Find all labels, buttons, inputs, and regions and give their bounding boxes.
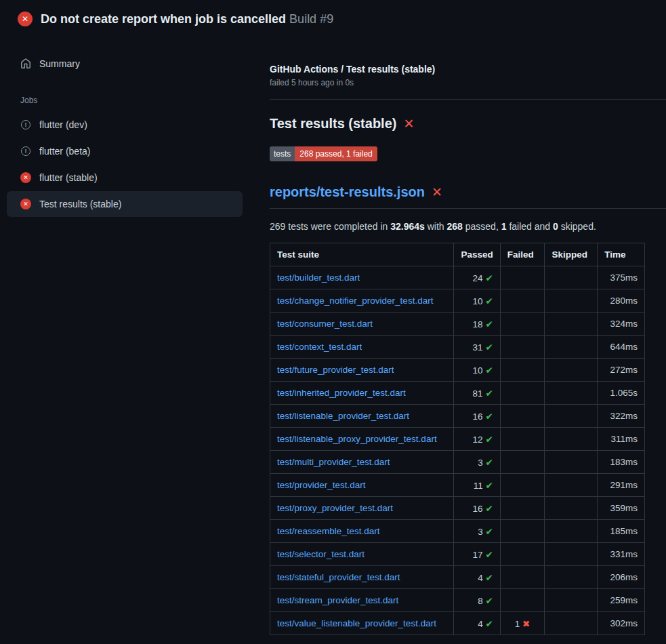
- col-passed-cell: 24 ✔: [454, 266, 500, 289]
- summary-text: failed and: [507, 221, 554, 232]
- col-passed-cell: 3 ✔: [454, 451, 500, 474]
- section-title-text: Test results (stable): [270, 116, 396, 132]
- time-cell: 324ms: [598, 313, 645, 336]
- divider: [270, 99, 666, 100]
- suite-link[interactable]: test/value_listenable_provider_test.dart: [277, 618, 436, 628]
- sidebar-item-flutter-dev[interactable]: ! flutter (dev): [7, 112, 243, 138]
- suite-cell: test/selector_test.dart: [270, 543, 454, 566]
- suite-link[interactable]: test/inherited_provider_test.dart: [277, 388, 406, 398]
- col-passed-cell: 81 ✔: [454, 382, 500, 405]
- sidebar-item-flutter-stable[interactable]: ✕ flutter (stable): [7, 165, 243, 190]
- check-icon: ✔: [485, 296, 493, 306]
- col-passed-cell: 12 ✔: [454, 428, 500, 451]
- sidebar: Summary Jobs ! flutter (dev) ! flutter (…: [0, 38, 249, 218]
- suite-link[interactable]: test/consumer_test.dart: [277, 319, 373, 329]
- suite-cell: test/provider_test.dart: [270, 474, 454, 497]
- home-icon: [20, 58, 31, 69]
- col-skipped-cell: [545, 382, 598, 405]
- suite-link[interactable]: test/stream_provider_test.dart: [277, 595, 398, 605]
- badge-label: tests: [270, 146, 295, 161]
- suite-link[interactable]: test/selector_test.dart: [277, 549, 365, 559]
- col-skipped-cell: [545, 266, 598, 289]
- suite-link[interactable]: test/future_provider_test.dart: [277, 365, 394, 375]
- sidebar-summary-label: Summary: [39, 58, 80, 69]
- table-row: test/provider_test.dart11 ✔291ms: [270, 474, 645, 497]
- summary-line: 269 tests were completed in 32.964s with…: [270, 221, 666, 232]
- suite-link[interactable]: test/multi_provider_test.dart: [277, 457, 390, 467]
- suite-cell: test/listenable_provider_test.dart: [270, 405, 454, 428]
- suite-link[interactable]: test/stateful_provider_test.dart: [277, 572, 400, 582]
- col-skipped-cell: [545, 589, 598, 612]
- col-skipped-cell: [545, 566, 598, 589]
- col-skipped-cell: [545, 474, 598, 497]
- failed-status-icon: ✕: [18, 12, 33, 26]
- suite-link[interactable]: test/proxy_provider_test.dart: [277, 503, 393, 513]
- col-failed-cell: [500, 313, 545, 336]
- table-header-row: Test suite Passed Failed Skipped Time: [270, 243, 645, 266]
- col-passed-cell: 4 ✔: [454, 566, 500, 589]
- suite-link[interactable]: test/builder_test.dart: [277, 273, 360, 283]
- col-passed-cell: 3 ✔: [454, 520, 500, 543]
- time-cell: 280ms: [598, 289, 645, 313]
- build-number: Build #9: [289, 12, 333, 26]
- job-label: flutter (beta): [39, 146, 90, 157]
- col-failed-cell: [500, 359, 545, 382]
- sidebar-item-summary[interactable]: Summary: [7, 51, 243, 77]
- summary-text: passed,: [463, 221, 501, 232]
- badge-value: 268 passed, 1 failed: [295, 146, 377, 161]
- time-cell: 272ms: [598, 359, 645, 382]
- suite-link[interactable]: test/provider_test.dart: [277, 480, 366, 490]
- check-icon: ✔: [485, 342, 493, 353]
- main-content: GitHub Actions / Test results (stable) f…: [249, 38, 666, 635]
- col-failed-cell: [500, 428, 545, 451]
- suite-link[interactable]: test/listenable_provider_test.dart: [277, 411, 409, 421]
- time-cell: 291ms: [598, 474, 645, 497]
- time-cell: 331ms: [598, 543, 645, 566]
- sidebar-item-flutter-beta[interactable]: ! flutter (beta): [7, 138, 243, 164]
- col-failed-cell: [500, 382, 545, 405]
- col-skipped-cell: [545, 497, 598, 520]
- report-heading: reports/test-results.json ✕: [270, 184, 666, 209]
- time-cell: 359ms: [598, 497, 645, 520]
- table-row: test/consumer_test.dart18 ✔324ms: [270, 313, 645, 336]
- suite-link[interactable]: test/reassemble_test.dart: [277, 526, 380, 536]
- check-icon: ✔: [485, 504, 493, 514]
- time-cell: 1.065s: [598, 382, 645, 405]
- col-failed-cell: [500, 474, 545, 497]
- check-icon: ✔: [485, 458, 493, 468]
- suite-cell: test/future_provider_test.dart: [270, 359, 454, 382]
- neutral-status-icon: !: [20, 119, 31, 130]
- suite-link[interactable]: test/context_test.dart: [277, 342, 362, 352]
- check-icon: ✔: [485, 411, 493, 422]
- summary-text: 269 tests were completed in: [270, 221, 390, 232]
- sidebar-item-test-results-stable[interactable]: ✕ Test results (stable): [7, 191, 243, 217]
- suite-link[interactable]: test/change_notifier_provider_test.dart: [277, 296, 433, 306]
- suite-link[interactable]: test/listenable_proxy_provider_test.dart: [277, 434, 437, 444]
- column-header-failed: Failed: [500, 243, 545, 266]
- column-header-time: Time: [598, 243, 645, 266]
- col-failed-cell: 1 ✖: [500, 612, 545, 635]
- report-link[interactable]: reports/test-results.json: [270, 184, 425, 200]
- col-failed-cell: [500, 589, 545, 612]
- table-row: test/selector_test.dart17 ✔331ms: [270, 543, 645, 566]
- job-label: Test results (stable): [39, 199, 121, 209]
- check-icon: ✔: [485, 273, 493, 283]
- col-skipped-cell: [545, 520, 598, 543]
- neutral-status-icon: !: [20, 146, 31, 157]
- check-icon: ✔: [485, 481, 493, 491]
- time-cell: 375ms: [598, 266, 645, 289]
- layout: Summary Jobs ! flutter (dev) ! flutter (…: [0, 38, 666, 635]
- time-cell: 259ms: [598, 589, 645, 612]
- suite-cell: test/reassemble_test.dart: [270, 520, 454, 543]
- table-row: test/proxy_provider_test.dart16 ✔359ms: [270, 497, 645, 520]
- check-icon: ✔: [485, 619, 493, 629]
- job-label: flutter (dev): [39, 119, 87, 130]
- col-skipped-cell: [545, 428, 598, 451]
- column-header-passed: Passed: [454, 243, 500, 266]
- col-skipped-cell: [545, 451, 598, 474]
- col-skipped-cell: [545, 543, 598, 566]
- summary-text: with: [425, 221, 447, 232]
- section-title: Test results (stable) ✕: [270, 116, 666, 132]
- test-table-body: test/builder_test.dart24 ✔375mstest/chan…: [270, 266, 645, 635]
- table-row: test/stateful_provider_test.dart4 ✔206ms: [270, 566, 645, 589]
